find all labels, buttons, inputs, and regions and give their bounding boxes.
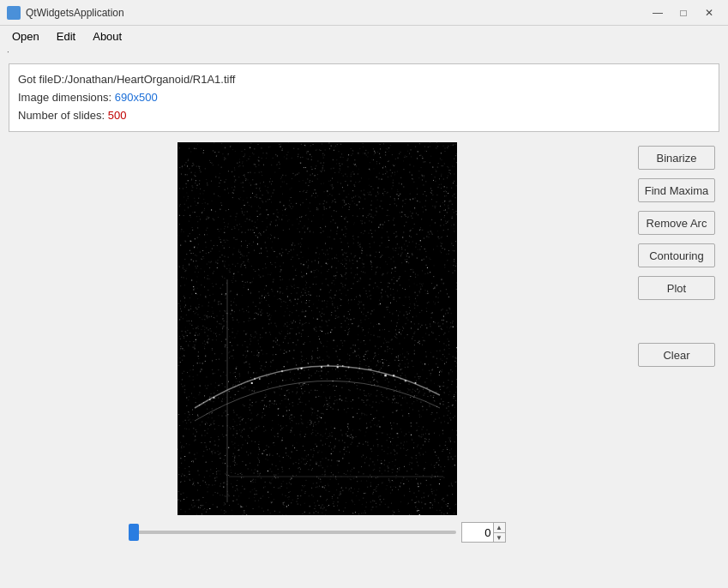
info-line-3: Number of slides: 500 <box>18 107 710 125</box>
clear-button[interactable]: Clear <box>638 343 715 367</box>
info-line-2: Image dimensions: 690x500 <box>18 89 710 107</box>
close-button[interactable]: ✕ <box>697 4 721 21</box>
menu-bar: Open Edit About <box>0 26 728 46</box>
info-dimensions-value: 690x500 <box>115 91 158 104</box>
spin-up-button[interactable]: ▲ <box>494 523 505 533</box>
info-slides-label: Number of slides: <box>18 109 108 122</box>
slider-track[interactable] <box>129 524 456 541</box>
image-canvas <box>177 142 457 515</box>
info-slides-value: 500 <box>108 109 127 122</box>
microscopy-image <box>177 142 457 515</box>
info-line-1: Got fileD:/Jonathan/HeartOrganoid/R1A1.t… <box>18 71 710 89</box>
menu-open[interactable]: Open <box>3 28 48 45</box>
menu-about[interactable]: About <box>84 28 130 45</box>
slider-row: ▲ ▼ <box>129 522 506 543</box>
slider-thumb[interactable] <box>129 524 139 541</box>
spinbox-arrows: ▲ ▼ <box>493 523 505 542</box>
remove-arc-button[interactable]: Remove Arc <box>638 211 715 235</box>
window-controls: — □ ✕ <box>646 4 721 21</box>
buttons-panel: Binarize Find Maxima Remove Arc Contouri… <box>634 142 719 588</box>
spin-down-button[interactable]: ▼ <box>494 533 505 543</box>
dot-indicator: · <box>0 46 728 58</box>
main-area: ▲ ▼ Binarize Find Maxima Remove Arc Cont… <box>0 137 728 588</box>
binarize-button[interactable]: Binarize <box>638 146 715 170</box>
minimize-button[interactable]: — <box>646 4 670 21</box>
app-icon <box>7 6 21 20</box>
menu-edit[interactable]: Edit <box>48 28 84 45</box>
title-bar: QtWidgetsApplication — □ ✕ <box>0 0 728 26</box>
maximize-button[interactable]: □ <box>671 4 695 21</box>
contouring-button[interactable]: Contouring <box>638 243 715 267</box>
image-area: ▲ ▼ <box>9 142 625 588</box>
slide-value-input[interactable] <box>462 523 493 542</box>
find-maxima-button[interactable]: Find Maxima <box>638 178 715 202</box>
title-bar-left: QtWidgetsApplication <box>7 6 124 20</box>
info-box: Got fileD:/Jonathan/HeartOrganoid/R1A1.t… <box>9 63 719 132</box>
app-title: QtWidgetsApplication <box>26 7 124 19</box>
info-dimensions-label: Image dimensions: <box>18 91 115 104</box>
slider-background <box>129 531 456 534</box>
slide-spinbox[interactable]: ▲ ▼ <box>461 522 506 543</box>
plot-button[interactable]: Plot <box>638 276 715 300</box>
